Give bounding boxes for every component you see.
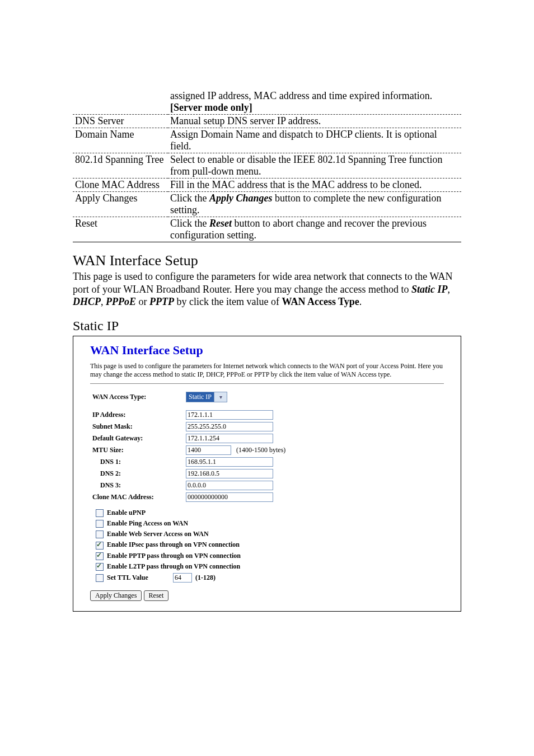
dns3-input[interactable] [186, 481, 273, 490]
definition-term: Clone MAC Address [73, 179, 168, 192]
ip-address-label: IP Address: [90, 409, 184, 421]
ip-address-input[interactable] [186, 410, 273, 420]
apply-changes-button[interactable]: Apply Changes [90, 590, 142, 601]
definition-term [73, 90, 168, 115]
wan-access-type-select[interactable]: Static IP ▾ [186, 392, 227, 402]
checkbox[interactable] [96, 552, 104, 560]
wan-access-type-value: Static IP [186, 393, 214, 401]
checkbox[interactable] [96, 563, 104, 571]
ttl-label: Set TTL Value [107, 574, 173, 582]
panel-title: WAN Interface Setup [90, 343, 444, 358]
section-heading: WAN Interface Setup [73, 252, 461, 269]
settings-form: WAN Access Type: Static IP ▾ IP Address:… [90, 391, 288, 503]
checkbox[interactable] [96, 520, 104, 528]
definition-description: assigned IP address, MAC address and tim… [168, 90, 461, 115]
definition-term: Apply Changes [73, 192, 168, 217]
dns1-label: DNS 1: [90, 456, 184, 468]
option-label: Enable uPNP [107, 509, 146, 516]
subnet-mask-label: Subnet Mask: [90, 421, 184, 433]
ttl-checkbox[interactable] [96, 574, 104, 582]
ttl-input[interactable] [173, 573, 192, 583]
panel-description: This page is used to configure the param… [90, 362, 444, 379]
option-row: Enable L2TP pass through on VPN connecti… [96, 561, 444, 572]
option-row: Enable Ping Access on WAN [96, 518, 444, 529]
subnet-mask-input[interactable] [186, 422, 273, 431]
dns2-input[interactable] [186, 469, 273, 478]
option-label: Enable IPsec pass through on VPN connect… [107, 541, 240, 548]
reset-button[interactable]: Reset [144, 590, 169, 601]
divider [90, 383, 444, 384]
wan-setup-panel: WAN Interface Setup This page is used to… [73, 336, 461, 612]
subsection-heading: Static IP [73, 318, 461, 334]
option-label: Enable L2TP pass through on VPN connecti… [107, 562, 240, 570]
section-intro: This page is used to configure the param… [73, 270, 461, 308]
option-row: Enable Web Server Access on WAN [96, 529, 444, 539]
options-list: Enable uPNPEnable Ping Access on WANEnab… [96, 508, 444, 584]
checkbox[interactable] [96, 509, 104, 517]
definition-description: Fill in the MAC address that is the MAC … [168, 179, 461, 192]
option-label: Enable Ping Access on WAN [107, 519, 188, 527]
definition-description: Assign Domain Name and dispatch to DHCP … [168, 128, 461, 153]
option-label: Enable PPTP pass through on VPN connecti… [107, 552, 241, 560]
clone-mac-label: Clone MAC Address: [90, 491, 184, 503]
chevron-down-icon: ▾ [214, 392, 227, 402]
checkbox[interactable] [96, 542, 104, 550]
definitions-table: assigned IP address, MAC address and tim… [73, 90, 461, 242]
definition-term: DNS Server [73, 115, 168, 128]
definition-description: Click the Reset button to abort change a… [168, 217, 461, 242]
definition-description: Manual setup DNS server IP address. [168, 115, 461, 128]
wan-access-type-label: WAN Access Type: [90, 391, 184, 403]
clone-mac-input[interactable] [186, 492, 273, 502]
option-row: Enable PPTP pass through on VPN connecti… [96, 551, 444, 561]
button-row: Apply Changes Reset [90, 590, 444, 601]
dns1-input[interactable] [186, 457, 273, 467]
definition-term: Reset [73, 217, 168, 242]
ttl-note: (1-128) [192, 574, 216, 582]
ttl-row: Set TTL Value(1-128) [96, 572, 444, 584]
option-label: Enable Web Server Access on WAN [107, 530, 209, 538]
dns2-label: DNS 2: [90, 468, 184, 480]
default-gateway-label: Default Gateway: [90, 433, 184, 444]
checkbox[interactable] [96, 530, 104, 538]
definition-term: 802.1d Spanning Tree [73, 153, 168, 179]
mtu-size-input[interactable] [186, 445, 231, 455]
mtu-size-label: MTU Size: [90, 444, 184, 456]
definition-description: Click the Apply Changes button to comple… [168, 192, 461, 217]
definition-term: Domain Name [73, 128, 168, 153]
definition-description: Select to enable or disable the IEEE 802… [168, 153, 461, 179]
mtu-size-note: (1400-1500 bytes) [233, 446, 285, 454]
default-gateway-input[interactable] [186, 434, 273, 443]
dns3-label: DNS 3: [90, 480, 184, 491]
option-row: Enable IPsec pass through on VPN connect… [96, 539, 444, 550]
option-row: Enable uPNP [96, 508, 444, 518]
